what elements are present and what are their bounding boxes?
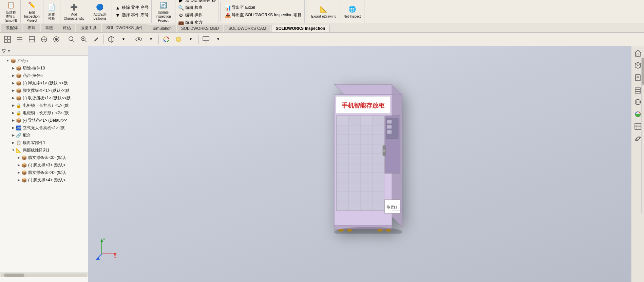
tree-expander-suo2[interactable]: ▶ <box>11 110 16 115</box>
tree-icon-qiechu10: 📦 <box>16 65 22 71</box>
tree-expander-chouqiao5[interactable]: ▼ <box>5 58 10 63</box>
sec-view-button[interactable] <box>51 34 62 45</box>
tree-node-tutai6[interactable]: ▶ 📦 凸台-拉伸6 <box>0 72 88 79</box>
svg-point-59 <box>383 149 385 152</box>
select-sequence-button[interactable]: ▼ 选择 零件 序号 <box>113 12 150 19</box>
export-edrawing-button[interactable]: 📐 Export eDrawing <box>310 4 338 19</box>
toolbar-divider-1 <box>220 2 221 21</box>
sec-cube-button[interactable] <box>106 34 117 45</box>
tree-expander-qiechu10[interactable]: ▶ <box>11 66 16 70</box>
sec-collapse-button[interactable] <box>26 34 37 45</box>
tree-expander-daogui1[interactable]: ▶ <box>11 118 16 123</box>
sec-list-button[interactable] <box>14 34 25 45</box>
tree-expander-banjin3[interactable]: ▶ <box>16 155 21 160</box>
tree-node-peihe[interactable]: ▶ 🔗 配合 <box>0 132 88 139</box>
viewport-3d[interactable]: 手机智能存放柜 <box>88 46 631 282</box>
add-balloons-button[interactable]: 🔵 Add/EditBalloons <box>92 2 108 21</box>
net-inspect-button[interactable]: 🌐 Net-Inspect <box>342 4 362 19</box>
tree-expander-jubu1[interactable]: ▼ <box>11 148 16 153</box>
sec-zoom-button[interactable] <box>78 34 89 45</box>
tree-icon-daogui1: 📦 <box>16 117 22 123</box>
tree-expander-peihe[interactable]: ▶ <box>11 133 16 138</box>
sec-search-button[interactable] <box>66 34 77 45</box>
h-scrollbar-thumb[interactable] <box>4 274 24 277</box>
tab-eval[interactable]: 评估 <box>58 24 75 32</box>
tree-expander-banjin4[interactable]: ▶ <box>16 170 21 175</box>
main-layout: ▽ ▼ ▼ 📦 抽壳5 ▶ 📦 切除-拉伸10 <box>0 46 644 282</box>
edit-op-label: 编辑 操作 <box>185 12 203 18</box>
tab-solidworks-plugin[interactable]: SOLIDWORKS 插件 <box>102 24 148 32</box>
tree-label-peihe: 配合 <box>23 133 31 138</box>
new-check-button[interactable]: 📋 新建检查项目(amp;N) <box>3 0 18 23</box>
filter-icon[interactable]: ▽ <box>2 48 6 54</box>
tab-solidworks-inspection[interactable]: SOLIDWORKS Inspection <box>271 25 329 32</box>
tree-expander-jzc4[interactable]: ▶ <box>16 178 21 182</box>
svg-rect-3 <box>8 40 11 42</box>
sec-eye-dropdown[interactable]: ▼ <box>146 34 156 45</box>
tab-solidworks-mbd[interactable]: SOLIDWORKS MBD <box>177 25 223 32</box>
svg-text:手机智能存放柜: 手机智能存放柜 <box>342 102 385 109</box>
tab-simulation[interactable]: Simulation <box>148 25 176 32</box>
tree-expander-jzc3[interactable]: ▶ <box>16 163 21 167</box>
export-excel-button[interactable]: 📊 导出至 Excel <box>223 4 303 11</box>
tab-solidworks-cam[interactable]: SOLIDWORKS CAM <box>224 25 270 32</box>
sec-monitor-button[interactable] <box>201 34 211 45</box>
toolbar-edit-group: ▶ 启动模 板编辑 器 🔍 编辑 检查 ⚙ 编辑 操作 💼 编辑 卖方 <box>175 0 219 23</box>
add-characteristic-button[interactable]: ➕ AddCharacteristic <box>62 2 86 21</box>
edit-check-button[interactable]: 🔍 编辑 检查 <box>177 4 217 11</box>
tree-node-chouqiao5[interactable]: ▼ 📦 抽壳5 <box>0 57 88 64</box>
move-sequence-button[interactable]: ▲ 移除 零件 序号 <box>113 4 150 11</box>
tab-assemble[interactable]: 装配体 <box>1 24 22 32</box>
tree-node-jiazhicheng3[interactable]: ▶ 📦 (-) 脚支撑<3> (默认< <box>0 161 88 169</box>
sec-color-button[interactable] <box>173 34 184 45</box>
sec-grid-button[interactable] <box>2 34 13 45</box>
tree-node-quhuo1[interactable]: ▶ 📦 (-) 取货挡板<1> (默认<<默 <box>0 94 88 102</box>
tree-expander-tutai6[interactable]: ▶ <box>11 73 16 78</box>
sec-pen-button[interactable] <box>91 34 101 45</box>
tree-expander-suo1[interactable]: ▶ <box>11 103 16 108</box>
tree-node-jubu1[interactable]: ▼ 📐 局部线性阵列1 <box>0 146 88 154</box>
sec-monitor-dropdown[interactable]: ▼ <box>213 34 224 45</box>
tree-expander-jingxiang1[interactable]: ▶ <box>11 140 16 145</box>
tree-node-banjin3[interactable]: ▶ 📦 脚支撑钣金<3> (默认 <box>0 154 88 161</box>
tab-layout[interactable]: 布局 <box>23 24 40 32</box>
tree-node-banjin4[interactable]: ▶ 📦 脚支撑钣金<4> (默认 <box>0 169 88 176</box>
start-mode-button[interactable]: ▶ 启动模 板编辑 器 <box>177 0 217 4</box>
tree-expander-jiazhicheng1[interactable]: ▶ <box>11 81 16 85</box>
rp-home-button[interactable] <box>632 47 644 59</box>
h-scrollbar[interactable] <box>1 274 87 277</box>
sec-palette-button[interactable] <box>161 34 172 45</box>
tree-node-suo2[interactable]: ▶ 🔒 电柜锁（长方形）<2> (默 <box>0 109 88 117</box>
tree-icon-banjin1: 📦 <box>16 87 22 94</box>
tab-render[interactable]: 渲染工具 <box>76 24 101 32</box>
update-inspection-button[interactable]: 🔄 UpdateInspectionProject <box>154 0 172 23</box>
tree-node-shoumai1[interactable]: ▶ 🏧 立式无人售卖机<1> (默 <box>0 124 88 132</box>
tree-area[interactable]: ▼ 📦 抽壳5 ▶ 📦 切除-拉伸10 ▶ 📦 凸台-拉伸6 <box>0 56 88 273</box>
sec-center-button[interactable] <box>39 34 50 45</box>
tree-node-daogui1[interactable]: ▶ 📦 (-) 导轨条<1> (Default<< <box>0 117 88 124</box>
sphere-icon <box>634 98 642 106</box>
tree-node-jiazhicheng4[interactable]: ▶ 📦 (-) 脚支撑<4> (默认< <box>0 176 88 184</box>
toolbar-sequence-group: ▲ 移除 零件 序号 ▼ 选择 零件 序号 <box>112 0 152 23</box>
svg-rect-1 <box>8 36 11 39</box>
tree-icon-suo1: 🔒 <box>16 102 22 108</box>
new-template-button[interactable]: 📄 新建模板 <box>45 2 58 21</box>
tree-expander-banjin1[interactable]: ▶ <box>11 88 16 93</box>
tree-node-jiazhicheng1[interactable]: ▶ 📦 (-) 脚支撑<1> (默认 <<默 <box>0 79 88 87</box>
tree-expander-quhuo1[interactable]: ▶ <box>11 96 16 100</box>
sec-color-dropdown[interactable]: ▼ <box>185 34 196 45</box>
tree-node-jingxiang1[interactable]: ▶ 🪞 镜向零部件1 <box>0 139 88 146</box>
tree-node-qiechu10[interactable]: ▶ 📦 切除-拉伸10 <box>0 64 88 72</box>
sec-eye-button[interactable] <box>133 34 144 45</box>
svg-rect-28 <box>203 37 209 41</box>
export-solidworks-button[interactable]: 📤 导出至 SOLIDWORKS Inspection 项目 <box>223 12 303 19</box>
sec-search-icon <box>68 36 75 43</box>
edit-op-button[interactable]: ⚙ 编辑 操作 <box>177 12 217 19</box>
tree-node-jiazhicheng-banjin1[interactable]: ▶ 📦 脚支撑钣金<1> (默认<<默 <box>0 87 88 94</box>
tree-expander-shoumai1[interactable]: ▶ <box>11 125 16 130</box>
sec-cube-dropdown[interactable]: ▼ <box>118 34 129 45</box>
tab-sketch[interactable]: 草图 <box>41 24 58 32</box>
main-toolbar: 📋 新建检查项目(amp;N) ✏️ EditInspectionProject… <box>0 0 644 23</box>
edit-inspection-button[interactable]: ✏️ EditInspectionProject <box>23 0 41 23</box>
tree-node-suo1[interactable]: ▶ 🔒 电柜锁（长方形）<1> (默 <box>0 102 88 109</box>
